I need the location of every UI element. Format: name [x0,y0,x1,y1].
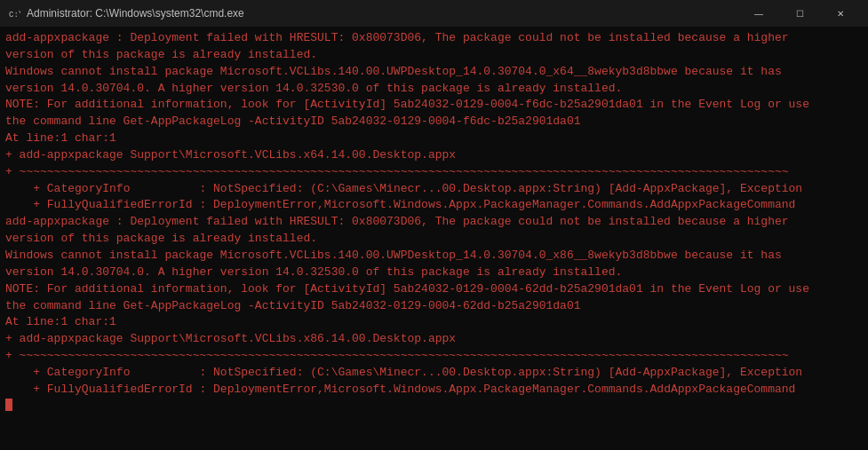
terminal-line: version 14.0.30704.0. A higher version 1… [5,81,863,98]
terminal-line: version of this package is already insta… [5,47,863,64]
terminal-line: + CategoryInfo : NotSpecified: (C:\Games… [5,181,863,198]
terminal-line: Windows cannot install package Microsoft… [5,64,863,81]
terminal-line: At line:1 char:1 [5,314,863,331]
terminal-line: + ~~~~~~~~~~~~~~~~~~~~~~~~~~~~~~~~~~~~~~… [5,348,863,365]
titlebar-title: Administrator: C:\Windows\system32\cmd.e… [27,7,244,20]
terminal-line: Windows cannot install package Microsoft… [5,248,863,264]
cmd-icon: C:\ [7,6,21,20]
terminal-line: add-appxpackage : Deployment failed with… [5,214,863,231]
terminal-line: NOTE: For additional information, look f… [5,97,863,114]
cursor [5,399,12,411]
cursor-line [5,399,863,411]
titlebar-controls: — ☐ ✕ [738,0,861,27]
titlebar-left: C:\ Administrator: C:\Windows\system32\c… [7,6,244,20]
terminal-line: At line:1 char:1 [5,130,863,147]
minimize-button[interactable]: — [738,0,779,27]
terminal-line: NOTE: For additional information, look f… [5,281,863,298]
terminal-content: add-appxpackage : Deployment failed with… [0,27,868,450]
terminal-line: + ~~~~~~~~~~~~~~~~~~~~~~~~~~~~~~~~~~~~~~… [5,164,863,181]
terminal-line: + add-appxpackage Support\Microsoft.VCLi… [5,147,863,164]
terminal-line: version of this package is already insta… [5,231,863,248]
terminal-line: add-appxpackage : Deployment failed with… [5,30,863,47]
maximize-button[interactable]: ☐ [779,0,820,27]
terminal-line: + FullyQualifiedErrorId : DeploymentErro… [5,382,863,399]
close-button[interactable]: ✕ [820,0,861,27]
window: C:\ Administrator: C:\Windows\system32\c… [0,0,868,450]
terminal-line: the command line Get-AppPackageLog -Acti… [5,298,863,315]
terminal-line: + add-appxpackage Support\Microsoft.VCLi… [5,331,863,348]
titlebar: C:\ Administrator: C:\Windows\system32\c… [0,0,868,27]
svg-text:C:\: C:\ [9,11,20,20]
terminal-line: + FullyQualifiedErrorId : DeploymentErro… [5,197,863,214]
terminal-line: version 14.0.30704.0. A higher version 1… [5,264,863,281]
terminal-line: the command line Get-AppPackageLog -Acti… [5,114,863,130]
terminal-line: + CategoryInfo : NotSpecified: (C:\Games… [5,365,863,382]
